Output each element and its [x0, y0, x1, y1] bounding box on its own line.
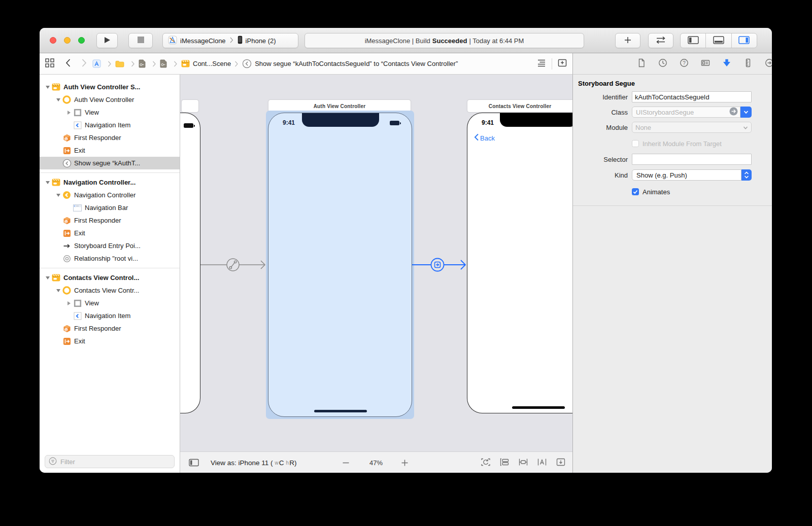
identifier-input[interactable]	[632, 91, 752, 102]
connections-inspector-tab[interactable]	[764, 58, 772, 69]
contacts-view-controller-phone[interactable]: 9:41 Back	[467, 113, 572, 413]
filter-field[interactable]	[45, 455, 175, 468]
outline-row[interactable]: View	[40, 106, 180, 119]
scene-crumb-label[interactable]: Cont...Scene	[193, 60, 231, 67]
add-constraints-icon[interactable]	[537, 458, 547, 468]
disclosure-closed-icon[interactable]	[65, 111, 73, 115]
outline-row[interactable]: Navigation Item	[40, 309, 180, 322]
folder-crumb-icon[interactable]	[115, 60, 124, 67]
history-inspector-tab[interactable]	[658, 58, 668, 69]
align-icon[interactable]	[518, 458, 528, 468]
stop-button[interactable]	[128, 33, 153, 48]
inherit-module-checkbox[interactable]	[632, 140, 639, 147]
outline-row[interactable]: View	[40, 297, 180, 309]
show-segue-arrow[interactable]	[412, 255, 469, 275]
view-as-control[interactable]: View as: iPhone 11 (wChR)	[211, 452, 296, 473]
zoom-window-button[interactable]	[78, 37, 85, 44]
code-review-button[interactable]	[648, 33, 673, 48]
storyboard-doc-crumb-icon[interactable]	[139, 59, 146, 68]
toggle-debug-area-button[interactable]	[705, 33, 731, 48]
outline-row[interactable]: Auth View Controller	[40, 93, 180, 106]
storyboard-canvas[interactable]: Auth View Controller 9:41 Contacts View …	[180, 75, 572, 473]
outline-row[interactable]: Navigation Controller	[40, 189, 180, 201]
size-inspector-tab[interactable]	[743, 58, 753, 69]
minimize-window-button[interactable]	[64, 37, 71, 44]
zoom-in-button[interactable]	[400, 452, 409, 473]
attributes-inspector-tab[interactable]	[722, 58, 732, 69]
toggle-navigator-button[interactable]	[681, 33, 705, 48]
outline-row[interactable]: Show segue “kAuthT...	[40, 157, 180, 169]
outline-row[interactable]: 1First Responder	[40, 322, 180, 335]
back-chevron-icon[interactable]	[65, 58, 71, 69]
contacts-view-controller-titlebar[interactable]: Contacts View Controller	[467, 100, 572, 112]
file-inspector-tab[interactable]	[636, 58, 647, 69]
outline-row[interactable]: Exit	[40, 144, 180, 157]
quick-help-inspector-tab[interactable]: ?	[679, 58, 689, 69]
navigation-controller-titlebar[interactable]	[182, 100, 198, 112]
outline-row[interactable]: Navigation Controller...	[40, 176, 180, 189]
selector-input[interactable]	[632, 154, 752, 165]
back-button[interactable]: Back	[474, 133, 495, 143]
editor-options-icon[interactable]	[536, 58, 547, 69]
resolve-layout-icon[interactable]	[556, 458, 566, 468]
jump-to-class-icon[interactable]	[729, 107, 738, 117]
close-window-button[interactable]	[50, 37, 56, 44]
kind-dropdown[interactable]: Show (e.g. Push)	[632, 169, 741, 181]
outline-section: Auth View Controller S...Auth View Contr…	[40, 80, 180, 170]
outline-row[interactable]: Auth View Controller S...	[40, 81, 180, 93]
class-combo[interactable]: UIStoryboardSegue	[632, 107, 740, 118]
inherit-module-label: Inherit Module From Target	[642, 140, 722, 148]
kind-stepper-button[interactable]	[741, 169, 752, 181]
forward-chevron-icon[interactable]	[81, 58, 87, 69]
animates-checkbox[interactable]	[632, 188, 639, 195]
disclosure-open-icon[interactable]	[54, 287, 62, 294]
disclosure-open-icon[interactable]	[54, 96, 62, 103]
module-value: None	[635, 124, 743, 131]
project-crumb-icon[interactable]	[92, 59, 101, 68]
root-relationship-arrow[interactable]	[200, 255, 268, 275]
disclosure-closed-icon[interactable]	[65, 301, 73, 305]
outline-row[interactable]: Storyboard Entry Poi...	[40, 239, 180, 252]
auth-view-controller-selection[interactable]: 9:41	[266, 111, 414, 419]
embed-stack-icon[interactable]	[499, 458, 510, 468]
outline-row[interactable]: Relationship "root vi...	[40, 252, 180, 265]
segue-crumb-icon[interactable]	[242, 59, 252, 68]
crumb-separator-icon	[152, 61, 156, 67]
scene-crumb-icon[interactable]	[181, 60, 190, 67]
segue-crumb-label[interactable]: Show segue “kAuthToContactsSegueId” to “…	[255, 60, 458, 67]
storyboard-doc-crumb-icon[interactable]	[160, 59, 167, 68]
run-button[interactable]	[96, 33, 118, 48]
navigation-controller-phone[interactable]	[180, 113, 200, 413]
outline-row[interactable]: Contacts View Control...	[40, 271, 180, 284]
identity-inspector-tab[interactable]	[700, 58, 710, 69]
toggle-inspectors-button[interactable]	[731, 33, 757, 48]
zoom-out-button[interactable]	[342, 452, 350, 473]
disclosure-open-icon[interactable]	[44, 179, 51, 186]
crumb-separator-icon	[234, 61, 239, 67]
disclosure-open-icon[interactable]	[44, 274, 51, 282]
outline-row[interactable]: Navigation Item	[40, 119, 180, 131]
outline-row[interactable]: 1First Responder	[40, 214, 180, 227]
module-dropdown[interactable]: None	[632, 122, 752, 133]
outline-row[interactable]: Navigation Bar	[40, 201, 180, 214]
library-button[interactable]	[615, 33, 640, 48]
home-indicator	[512, 406, 565, 409]
outline-row[interactable]: Exit	[40, 335, 180, 347]
crumb-separator-icon	[108, 61, 112, 67]
outline-row[interactable]: Exit	[40, 227, 180, 239]
outline-row[interactable]: 1First Responder	[40, 131, 180, 144]
outline-row[interactable]: Contacts View Contr...	[40, 284, 180, 297]
disclosure-open-icon[interactable]	[44, 83, 51, 91]
update-frames-icon[interactable]	[481, 458, 491, 468]
filter-input[interactable]	[59, 458, 171, 466]
disclosure-open-icon[interactable]	[54, 191, 62, 199]
outline-toggle-icon[interactable]	[189, 452, 199, 473]
scheme-selector[interactable]: iMessageClone iPhone (2)	[162, 33, 298, 48]
add-editor-icon[interactable]	[557, 58, 567, 69]
xcode-project-icon	[168, 36, 177, 46]
outline-label: Navigation Bar	[85, 204, 128, 212]
auth-view-controller-phone[interactable]: 9:41	[268, 113, 412, 417]
class-dropdown-button[interactable]	[740, 107, 752, 118]
zoom-level-label[interactable]: 47%	[361, 452, 391, 473]
related-items-icon[interactable]	[45, 58, 55, 69]
